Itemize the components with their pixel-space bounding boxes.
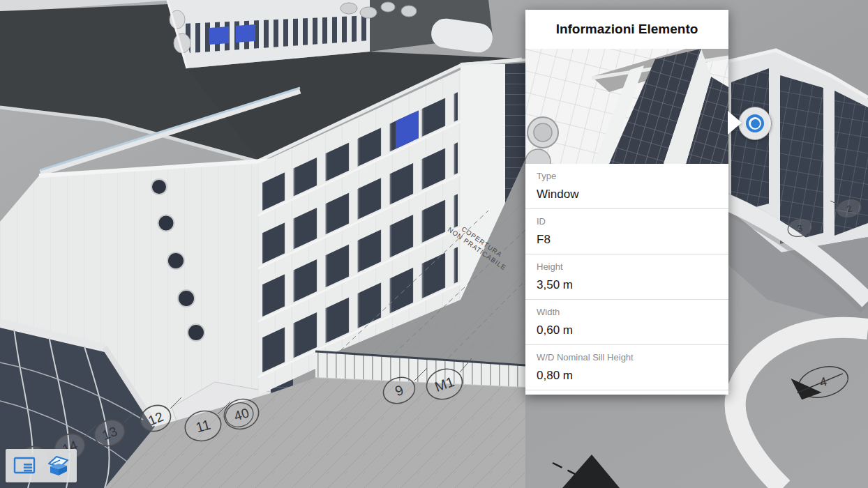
field-row-type: Type Window (525, 164, 728, 209)
bottom-toolbar (6, 449, 77, 482)
panel-fields: Type Window ID F8 Height 3,50 m Width 0,… (525, 164, 728, 390)
element-thumbnail (525, 49, 728, 164)
bim-viewer: COPERTURA NON PRATICABILE (0, 0, 868, 488)
element-info-panel: Informazioni Elemento (525, 10, 728, 395)
selected-element-marker[interactable] (738, 107, 772, 140)
field-value: 0,80 m (537, 368, 717, 383)
layout-panel-button[interactable] (10, 452, 39, 480)
panel-title: Informazioni Elemento (525, 10, 728, 49)
marker-ring (746, 114, 764, 132)
model-viewport[interactable]: COPERTURA NON PRATICABILE (0, 0, 868, 488)
callout-arrow (728, 111, 742, 135)
field-label: W/D Nominal Sill Height (537, 351, 717, 363)
field-row-sill-height: W/D Nominal Sill Height 0,80 m (525, 345, 728, 390)
field-value: 3,50 m (537, 277, 717, 293)
marker-dot (751, 119, 760, 128)
field-label: ID (537, 215, 717, 227)
field-label: Width (537, 306, 717, 318)
field-value: 0,60 m (537, 323, 717, 338)
open-box-button[interactable] (43, 452, 73, 480)
field-row-id: ID F8 (525, 209, 728, 254)
field-label: Type (537, 170, 717, 182)
field-row-height: Height 3,50 m (525, 254, 728, 300)
layout-panel-icon (13, 457, 36, 475)
field-value: Window (537, 187, 717, 202)
open-box-icon (46, 455, 70, 477)
field-label: Height (537, 261, 717, 273)
field-row-width: Width 0,60 m (525, 300, 728, 345)
field-value: F8 (537, 232, 717, 247)
